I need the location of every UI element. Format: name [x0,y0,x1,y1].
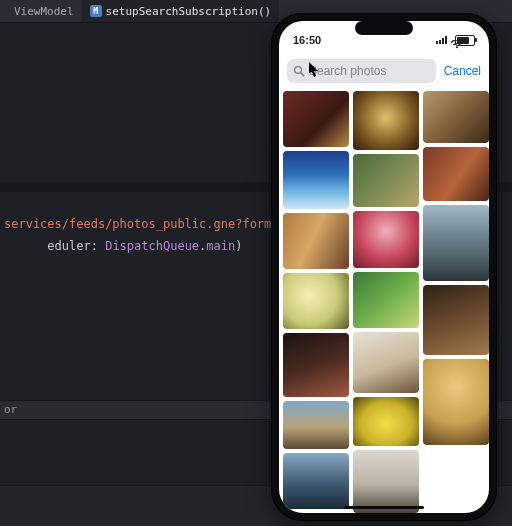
photo-thumb-brick-wall[interactable] [423,147,489,201]
photo-thumb-couple[interactable] [423,285,489,355]
code-text: ) [235,239,242,253]
photo-thumb-pool-event[interactable] [283,151,349,209]
code-prop: main [206,239,235,253]
photo-thumb-beach[interactable] [283,401,349,449]
ide-tab-setup[interactable]: M setupSearchSubscription() [82,0,280,22]
phone-screen: 16:50 Search photos Cancel [279,21,489,513]
photo-thumb-portrait-dark[interactable] [283,333,349,397]
search-placeholder: Search photos [309,64,386,78]
photo-thumb-market-table[interactable] [353,91,419,150]
tab-label: ViewModel [14,5,74,18]
status-icons [436,35,475,46]
home-indicator [344,506,424,509]
tab-label: setupSearchSubscription() [106,5,272,18]
photo-thumb-blonde-portrait[interactable] [423,359,489,445]
photo-thumb-person-board[interactable] [353,450,419,513]
cursor-icon [309,62,320,78]
cancel-button[interactable]: Cancel [444,64,481,78]
photo-thumb-ceremony[interactable] [353,332,419,393]
photo-thumb-garden[interactable] [353,154,419,207]
photo-thumb-sports-field[interactable] [353,272,419,327]
svg-line-1 [301,73,304,76]
method-badge-icon: M [90,5,102,17]
dynamic-island [355,21,413,35]
search-icon [293,65,305,77]
search-row: Search photos Cancel [279,55,489,91]
section-label: or [4,402,17,418]
photo-thumb-friends-indoor[interactable] [283,213,349,269]
search-input[interactable]: Search photos [287,59,436,83]
photo-thumb-shop[interactable] [423,91,489,143]
code-text: eduler: [47,239,105,253]
ide-tab-viewmodel[interactable]: ViewModel [6,0,82,22]
photo-thumb-narrow-street[interactable] [423,205,489,281]
cellular-icon [436,36,447,44]
photo-thumb-red-portrait[interactable] [353,211,419,268]
grid-column-0 [283,91,349,513]
photo-thumb-yellow-flowers[interactable] [353,397,419,446]
photo-thumb-blossoms[interactable] [283,273,349,329]
photo-thumb-cans[interactable] [283,91,349,147]
photo-thumb-skyline[interactable] [283,453,349,509]
grid-column-2 [423,91,489,513]
grid-column-1 [353,91,419,513]
code-type: DispatchQueue [105,239,199,253]
status-time: 16:50 [293,34,321,46]
photo-grid[interactable] [279,91,489,513]
iphone-simulator: 16:50 Search photos Cancel [272,14,496,520]
battery-icon [455,35,475,46]
